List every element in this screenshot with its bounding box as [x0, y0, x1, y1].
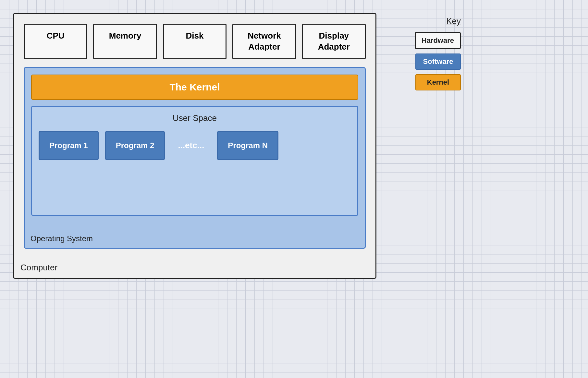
program-1-label: Program 1	[49, 141, 88, 150]
key-software-item: Software	[415, 53, 461, 70]
program-1-box: Program 1	[39, 131, 99, 160]
cpu-box: CPU	[24, 24, 87, 59]
cpu-label: CPU	[47, 31, 65, 41]
main-diagram: CPU Memory Disk Network Adapter Display …	[13, 13, 376, 279]
network-adapter-label: Network Adapter	[248, 31, 281, 52]
programs-row: Program 1 Program 2 ...etc... Program N	[39, 131, 351, 160]
key-title: Key	[396, 16, 461, 26]
etc-label: ...etc...	[171, 140, 211, 150]
kernel-label: The Kernel	[169, 82, 220, 92]
hardware-row: CPU Memory Disk Network Adapter Display …	[24, 24, 366, 59]
disk-label: Disk	[186, 31, 204, 41]
computer-box: CPU Memory Disk Network Adapter Display …	[13, 13, 376, 279]
program-2-box: Program 2	[105, 131, 165, 160]
network-adapter-box: Network Adapter	[232, 24, 296, 59]
key-panel: Key Hardware Software Kernel	[396, 13, 461, 90]
program-n-box: Program N	[217, 131, 278, 160]
os-box: The Kernel User Space Program 1 Program …	[24, 67, 366, 249]
key-kernel-label: Kernel	[427, 78, 449, 86]
key-software-label: Software	[423, 57, 453, 65]
key-hardware-label: Hardware	[422, 36, 454, 44]
userspace-title: User Space	[39, 113, 351, 123]
key-kernel-item: Kernel	[415, 74, 461, 90]
computer-label: Computer	[20, 263, 57, 273]
kernel-bar: The Kernel	[31, 75, 358, 100]
program-2-label: Program 2	[116, 141, 154, 150]
display-adapter-box: Display Adapter	[302, 24, 366, 59]
key-hardware-item: Hardware	[415, 32, 461, 49]
memory-label: Memory	[109, 31, 141, 41]
key-items: Hardware Software Kernel	[396, 32, 461, 90]
program-n-label: Program N	[228, 141, 268, 150]
memory-box: Memory	[93, 24, 157, 59]
os-label: Operating System	[31, 234, 93, 243]
userspace-box: User Space Program 1 Program 2 ...etc...…	[31, 106, 358, 216]
display-adapter-label: Display Adapter	[318, 31, 350, 52]
disk-box: Disk	[163, 24, 227, 59]
